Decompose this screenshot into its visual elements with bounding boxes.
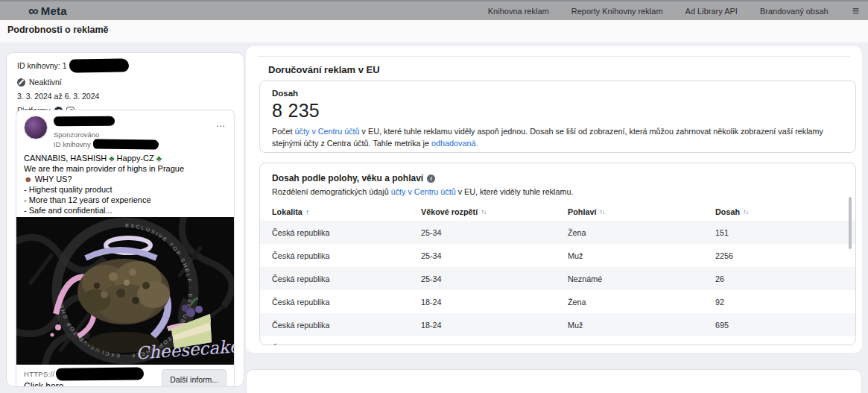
nav-branded-content[interactable]: Brandovaný obsah [760,7,829,16]
ad-meta-rows: ID knihovny: 1 Neaktivní 3. 3. 2024 až 6… [7,53,244,115]
post-body-text: CANNABIS, HASHISH ♣ Happy-CZ ♣ We are th… [16,152,234,216]
next-section-card [246,369,862,393]
reach-card: Dosah 8 235 Počet účty v Centru účtů v E… [259,81,856,153]
column-header-location[interactable]: Lokalita↑ [272,207,421,216]
accounts-center-link[interactable]: účty v Centru účtů [295,127,360,136]
title-strip [0,20,868,43]
post-line-1: CANNABIS, HASHISH ♣ Happy-CZ ♣ [24,153,226,163]
nav-ad-library[interactable]: Knihovna reklam [488,7,549,16]
table-row: Česká republika18-24Žena92 [260,290,855,313]
page-title: Podrobnosti o reklamě [7,25,108,35]
post-footer: HTTPS:// Click here Další inform... [16,365,234,386]
sort-icon: ↑↓ [599,208,604,216]
info-icon[interactable]: i [427,175,435,183]
sort-icon: ↑↓ [481,208,486,216]
hamburger-menu-icon[interactable]: ≡ [852,4,859,18]
status-label: Neaktivní [29,78,62,87]
status-line: Neaktivní [17,78,233,87]
post-line-5: - More than 12 years of experience [24,195,226,205]
nav-ad-library-api[interactable]: Ad Library API [685,7,738,16]
date-range-line: 3. 3. 2024 až 6. 3. 2024 [17,92,233,101]
table-body: Česká republika25-34Žena151 Česká republ… [260,221,855,345]
cta-button[interactable]: Další inform... [162,369,226,386]
column-header-age[interactable]: Věkové rozpětí↑↓ [421,207,568,216]
date-range: 3. 3. 2024 až 6. 3. 2024 [17,92,99,101]
ad-creative-image[interactable]: EXCLUSIVE TOP SHELF · EXCLUSIVE TOP SHEL… [16,217,234,365]
post-line-4: - Highest quality product [24,184,226,195]
cannabis-bud-illustration [77,259,170,353]
demographics-title: Dosah podle polohy, věku a pohlaví i [260,173,855,183]
topbar: ∞ Meta Knihovna reklam Reporty Knihovny … [0,0,868,20]
table-row: Česká republika25-34Žena151 [260,221,855,244]
demographics-card: Dosah podle polohy, věku a pohlaví i Roz… [259,163,856,345]
meta-infinity-icon: ∞ [28,4,39,18]
table-row: Česká republika25-34Muž2256 [260,244,855,267]
face-emoji-icon: ☻ [24,175,33,183]
clover-icon: ♣ [109,154,114,163]
table-row: Česká republika25-34Neznámé26 [260,267,855,290]
library-id-line: ID knihovny: 1 [17,59,233,72]
post-line-3: ☻ WHY US? [24,174,226,184]
more-options-icon[interactable]: … [216,116,227,149]
redacted-library-id [69,58,128,72]
table-header-row: Lokalita↑ Věkové rozpětí↑↓ Pohlaví↑↓ Dos… [260,203,855,221]
reach-label: Dosah [272,89,843,98]
post-line-2: We are the main provider of highs in Pra… [24,163,226,174]
column-header-reach[interactable]: Dosah↑↓ [715,207,843,216]
table-scrollbar[interactable] [849,197,852,249]
table-row: Česká republika18-24Muž695 [260,313,855,336]
clover-icon: ♣ [156,154,162,163]
eu-delivery-panel: Doručování reklam v EU Dosah 8 235 Počet… [246,46,862,353]
nav-ad-library-reports[interactable]: Reporty Knihovny reklam [571,7,663,16]
post-library-id-label: ID knihovny [54,140,91,148]
column-header-gender[interactable]: Pohlaví↑↓ [568,207,715,216]
section-divider [258,56,850,57]
page-avatar[interactable] [24,116,48,139]
demographics-subtitle: Rozdělení demografických údajů účty v Ce… [260,187,855,196]
eu-section-title: Doručování reklam v EU [268,64,380,75]
post-line-6: - Safe and confidential... [24,205,226,216]
table-row: Česká republika18-24Neznámé28 [260,336,855,345]
sort-icon: ↑↓ [743,208,748,216]
estimated-link[interactable]: odhadovaná. [431,139,478,148]
link-url-prefix: HTTPS:// [24,370,54,378]
meta-logo-text: Meta [41,4,67,17]
reach-description: Počet účty v Centru účtů v EU, které tuh… [272,125,843,149]
meta-logo[interactable]: ∞ Meta [28,4,67,18]
sponsored-label: Sponzorováno [54,131,159,139]
ad-post-preview: Sponzorováno ID knihovny … CANNABIS, HAS… [16,110,235,386]
ad-details-panel: ID knihovny: 1 Neaktivní 3. 3. 2024 až 6… [6,52,244,387]
redacted-page-name [54,116,115,127]
inactive-status-icon [17,78,25,87]
reach-value: 8 235 [272,100,843,122]
link-title[interactable]: Click here [24,381,144,386]
accounts-center-link[interactable]: účty v Centru účtů [391,187,456,196]
post-header: Sponzorováno ID knihovny … [16,110,234,152]
sort-asc-icon: ↑ [305,207,310,216]
redacted-post-library-id [93,139,159,149]
top-navigation: Knihovna reklam Reporty Knihovny reklam … [488,4,859,18]
redacted-link-url [56,367,144,380]
library-id-label: ID knihovny: 1 [17,61,67,70]
